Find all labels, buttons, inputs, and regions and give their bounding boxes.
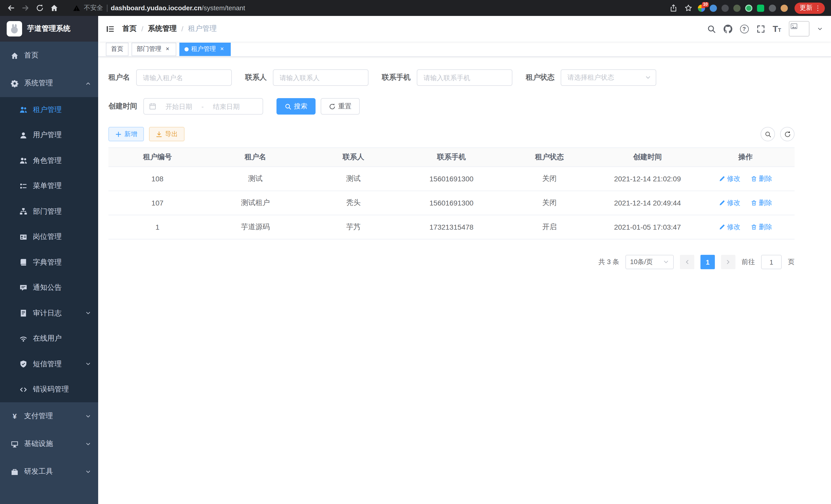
sidebar-item-label: 系统管理: [24, 79, 80, 88]
edit-button[interactable]: 修改: [719, 223, 740, 232]
reset-button[interactable]: 重置: [321, 98, 360, 115]
table-row: 107 测试租户 秃头 15601691300 关闭 2021-12-14 20…: [109, 191, 795, 215]
sidebar-toggle-button[interactable]: [98, 24, 122, 33]
page-1-button[interactable]: 1: [700, 255, 715, 269]
browser-reload-button[interactable]: [33, 1, 46, 14]
sidebar-item-home[interactable]: 首页: [0, 41, 98, 69]
close-icon[interactable]: ×: [164, 46, 171, 53]
user-icon: [20, 131, 27, 139]
prev-page-button[interactable]: [680, 255, 694, 269]
delete-label: 删除: [759, 223, 772, 232]
sidebar-item-online-users[interactable]: 在线用户: [0, 326, 98, 351]
breadcrumb-system[interactable]: 系统管理: [148, 24, 177, 33]
tenant-name-input[interactable]: [136, 69, 232, 86]
fullscreen-icon[interactable]: [756, 24, 765, 33]
app-logo[interactable]: 芋道管理系统: [0, 16, 98, 41]
tag-tenant[interactable]: 租户管理 ×: [179, 42, 231, 56]
extension-icon[interactable]: [781, 4, 788, 11]
font-size-icon[interactable]: TT: [773, 24, 781, 33]
sidebar-item-department-management[interactable]: 部门管理: [0, 199, 98, 224]
app-shell: 芋道管理系统 首页 系统管理 租户管理: [0, 16, 831, 504]
column-header-phone: 联系手机: [402, 148, 500, 167]
sidebar-item-audit-log[interactable]: 审计日志: [0, 301, 98, 326]
sidebar-item-user-management[interactable]: 用户管理: [0, 122, 98, 148]
contact-label: 联系人: [245, 73, 273, 82]
breadcrumb-current: 租户管理: [188, 24, 217, 33]
sidebar-item-sms-management[interactable]: 短信管理: [0, 351, 98, 377]
sidebar-item-devtools[interactable]: 研发工具: [0, 458, 98, 485]
tag-home[interactable]: 首页: [106, 42, 128, 56]
end-date-input[interactable]: [207, 102, 246, 110]
extension-icon[interactable]: [733, 4, 741, 11]
github-icon[interactable]: [723, 24, 732, 33]
next-page-button[interactable]: [721, 255, 736, 269]
extension-icon[interactable]: [745, 4, 752, 11]
back-icon: [7, 4, 15, 12]
sidebar-item-error-code-management[interactable]: 错误码管理: [0, 377, 98, 402]
page-content: 租户名 联系人 联系手机 租户状态 请选择租户状态: [98, 57, 831, 504]
browser-back-button[interactable]: [4, 1, 18, 14]
extension-icon[interactable]: [757, 4, 764, 11]
extension-icon[interactable]: [769, 4, 776, 11]
sidebar-item-payment-management[interactable]: ¥ 支付管理: [0, 402, 98, 430]
security-warning-icon: [73, 4, 80, 11]
export-button[interactable]: 导出: [149, 127, 184, 141]
toggle-search-button[interactable]: [761, 127, 775, 141]
start-date-input[interactable]: [159, 102, 198, 110]
search-icon[interactable]: [707, 24, 716, 33]
sidebar-item-infrastructure[interactable]: 基础设施: [0, 430, 98, 458]
role-icon: [20, 157, 27, 165]
sidebar-item-system-management[interactable]: 系统管理: [0, 69, 98, 97]
kebab-menu-icon[interactable]: ⋮: [814, 5, 821, 11]
extension-icon[interactable]: [710, 4, 717, 11]
share-icon[interactable]: [668, 3, 678, 13]
close-icon[interactable]: ×: [219, 46, 226, 53]
breadcrumb-separator: /: [141, 25, 143, 33]
browser-home-button[interactable]: [47, 1, 61, 14]
extension-icon[interactable]: [721, 4, 729, 11]
browser-forward-button[interactable]: [19, 1, 32, 14]
help-icon[interactable]: ?: [740, 24, 748, 33]
sidebar-item-menu-management[interactable]: 菜单管理: [0, 173, 98, 199]
goto-page-input[interactable]: [761, 255, 782, 269]
search-icon: [285, 103, 291, 110]
sidebar-item-notice[interactable]: 通知公告: [0, 275, 98, 301]
chevron-down-icon: [85, 413, 91, 419]
cell-actions: 修改 删除: [696, 215, 795, 239]
tag-department[interactable]: 部门管理 ×: [132, 42, 176, 56]
edit-button[interactable]: 修改: [719, 198, 740, 208]
delete-button[interactable]: 删除: [751, 174, 772, 183]
refresh-table-button[interactable]: [780, 127, 795, 141]
status-select-value: 请选择租户状态: [567, 73, 614, 82]
sidebar-item-tenant-management[interactable]: 租户管理: [0, 97, 98, 122]
extensions-icon[interactable]: 10: [698, 4, 705, 11]
delete-button[interactable]: 删除: [751, 198, 772, 208]
contact-input[interactable]: [273, 69, 369, 86]
cell-tenant-id: 107: [109, 191, 206, 215]
edit-button[interactable]: 修改: [719, 174, 740, 183]
browser-update-button[interactable]: 更新 ⋮: [795, 2, 825, 13]
breadcrumb-home[interactable]: 首页: [122, 24, 137, 33]
column-header-status: 租户状态: [500, 148, 598, 167]
search-button[interactable]: 搜索: [277, 98, 316, 115]
user-avatar[interactable]: [789, 21, 809, 36]
phone-input[interactable]: [417, 69, 512, 86]
broken-image-icon: [791, 23, 798, 30]
chevron-down-icon[interactable]: [817, 26, 823, 32]
delete-button[interactable]: 删除: [751, 223, 772, 232]
cell-status: 关闭: [500, 191, 598, 215]
delete-icon: [751, 200, 757, 206]
bookmark-star-icon[interactable]: [683, 3, 693, 13]
create-time-range[interactable]: -: [143, 98, 263, 115]
sidebar-item-dictionary-management[interactable]: 字典管理: [0, 250, 98, 275]
status-select[interactable]: 请选择租户状态: [561, 69, 656, 86]
cell-tenant-name: 芋道源码: [206, 215, 304, 239]
page-size-select[interactable]: 10条/页: [625, 255, 674, 269]
sidebar-item-role-management[interactable]: 角色管理: [0, 148, 98, 173]
audit-log-icon: [20, 309, 27, 317]
address-bar[interactable]: 不安全 dashboard.yudao.iocoder.cn/system/te…: [62, 4, 667, 12]
add-button[interactable]: 新增: [109, 127, 144, 141]
filter-status: 租户状态 请选择租户状态: [526, 69, 656, 86]
sidebar-item-post-management[interactable]: 岗位管理: [0, 224, 98, 250]
status-label: 租户状态: [526, 73, 561, 82]
